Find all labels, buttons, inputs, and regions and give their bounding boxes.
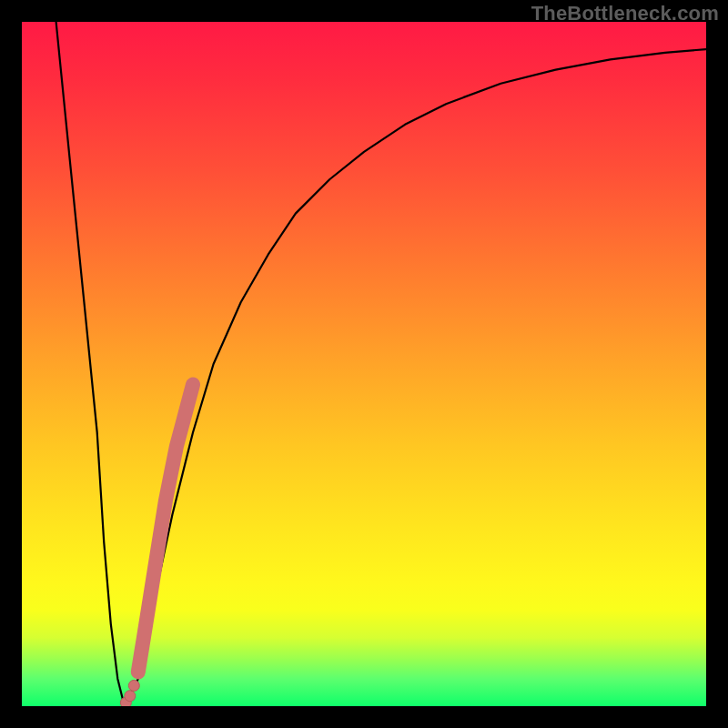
highlight-markers	[138, 385, 193, 672]
plot-area	[22, 22, 706, 706]
near-min-marker	[125, 691, 136, 702]
near-min-marker	[128, 680, 139, 691]
near-min-markers	[120, 680, 139, 706]
chart-frame: TheBottleneck.com	[0, 0, 728, 728]
highlight-segment-line	[138, 385, 193, 672]
curve-svg	[22, 22, 706, 706]
